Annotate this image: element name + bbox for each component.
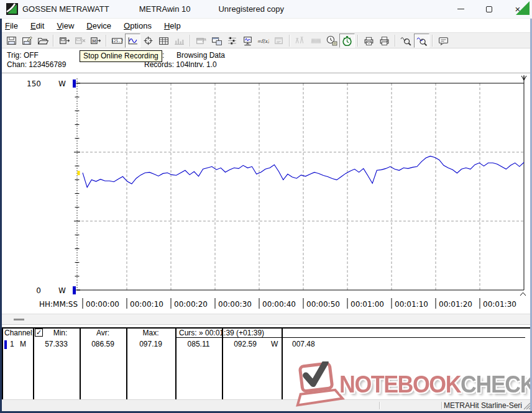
menu-edit[interactable]: Edit — [24, 20, 50, 32]
open-folder-icon[interactable] — [35, 34, 50, 48]
save-window-icon[interactable] — [209, 34, 224, 48]
max-column-header: Max: — [126, 329, 175, 337]
svg-text:00:00:50: 00:00:50 — [306, 300, 340, 309]
gossen-metrawatt-logo-icon — [6, 3, 18, 15]
device-memory-icon[interactable]: M — [88, 34, 103, 48]
menu-bar: FileEditViewDeviceOptionsHelp — [0, 19, 532, 32]
cursor2-value: 092.59 — [222, 340, 268, 348]
window-border-left — [0, 19, 2, 413]
maximize-button[interactable] — [475, 0, 503, 18]
svg-text:00:01:30: 00:01:30 — [483, 300, 516, 309]
max-value: 097.19 — [126, 340, 175, 348]
device-disconnect-icon[interactable] — [72, 34, 88, 48]
menu-options[interactable]: Options — [117, 20, 158, 32]
svg-text:150: 150 — [27, 79, 41, 88]
menu-file[interactable]: File — [0, 20, 24, 32]
save-icon[interactable] — [4, 34, 19, 48]
interval-value: Intrv. 1.0 — [188, 60, 217, 69]
avr-value: 086.59 — [80, 340, 126, 348]
channel-list-icon[interactable] — [224, 34, 240, 48]
channel-number: 1 — [10, 340, 14, 348]
app-title: GOSSEN METRAWATT — [22, 4, 109, 14]
menu-device[interactable]: Device — [80, 20, 117, 32]
min-column-header: Min: — [41, 329, 80, 337]
svg-text:00:01:00: 00:01:00 — [351, 300, 384, 309]
monitor-view-icon[interactable] — [240, 34, 255, 48]
save-as-icon[interactable] — [19, 34, 35, 48]
min-value: 57.333 — [33, 340, 80, 348]
table-column-separator — [126, 327, 127, 399]
window-misc-icon[interactable] — [271, 34, 287, 48]
watermark-text-secondary: CHECK — [461, 371, 532, 397]
tooltip-stop-online-recording: Stop Online Recording — [80, 50, 162, 62]
svg-text:HH:MM:SS: HH:MM:SS — [39, 300, 78, 309]
license-status: Unregistered copy — [218, 4, 284, 14]
table-column-separator — [282, 327, 283, 399]
svg-text:00:00:20: 00:00:20 — [174, 300, 208, 309]
brand-triangle-icon — [516, 1, 530, 15]
avr-column-header: Avr: — [80, 329, 126, 337]
svg-text:00:00:30: 00:00:30 — [218, 300, 252, 309]
channel-mode: M — [20, 340, 26, 348]
toolbar-separator — [357, 35, 359, 47]
title-bar: GOSSEN METRAWATT METRAwin 10 Unregistere… — [0, 0, 532, 19]
toolbar: M125.7=f(x) — [0, 32, 532, 48]
zoom-select-icon[interactable] — [414, 34, 429, 48]
toolbar-separator — [106, 35, 107, 47]
table-column-separator — [175, 327, 177, 399]
svg-text:=f(x): =f(x) — [257, 38, 269, 43]
svg-text:W: W — [58, 286, 66, 295]
printer-icon[interactable] — [377, 34, 392, 48]
chart-panel[interactable]: 150W0W00:00:0000:00:1000:00:2000:00:3000… — [0, 73, 532, 314]
notebookcheck-laptop-icon — [292, 361, 346, 407]
cursor-delta-value: 007.48 — [292, 340, 315, 348]
minimize-button[interactable] — [446, 0, 475, 18]
svg-text:00:00:10: 00:00:10 — [130, 300, 163, 309]
channel-color-bar — [4, 340, 7, 349]
status-value: Browsing Data — [177, 51, 225, 60]
bar-graph-icon[interactable] — [172, 34, 187, 48]
time-clock-icon[interactable] — [324, 34, 339, 48]
svg-text:00:01:20: 00:01:20 — [439, 300, 472, 309]
svg-text:00:00:00: 00:00:00 — [86, 300, 119, 309]
maximize-icon — [486, 6, 492, 12]
minimize-icon — [457, 9, 464, 9]
table-column-separator — [33, 327, 34, 399]
spikes-filter-icon[interactable] — [293, 34, 308, 48]
cursor-unit: W — [271, 340, 278, 348]
svg-text:M: M — [92, 38, 96, 43]
channel-status: Chan: 123456789 — [7, 60, 66, 69]
svg-text:W: W — [58, 79, 66, 88]
product-title: METRAwin 10 — [139, 4, 191, 14]
print-preview-icon[interactable] — [361, 34, 377, 48]
formula-icon[interactable]: =f(x) — [255, 34, 271, 48]
notebookcheck-wordmark: NOTEBOOKCHECK — [339, 371, 532, 398]
cursor-header-underline — [175, 337, 525, 338]
data-table-icon[interactable] — [156, 34, 172, 48]
chart-scrollbar[interactable] — [2, 314, 530, 325]
spikes-dense-icon[interactable] — [308, 34, 324, 48]
toolbar-separator — [289, 35, 290, 47]
notebookcheck-watermark: NOTEBOOKCHECK — [292, 361, 532, 407]
device-read-icon[interactable] — [57, 34, 72, 48]
svg-text:0: 0 — [36, 286, 41, 295]
waveform-chart-icon[interactable] — [125, 34, 140, 48]
menu-view[interactable]: View — [50, 20, 80, 32]
watermark-text-primary: NOTEBOOK — [339, 371, 461, 397]
crosshair-cursor-icon[interactable] — [140, 34, 156, 48]
export-window-icon[interactable] — [193, 34, 209, 48]
channel-column-header: Channel: — [4, 329, 34, 337]
cursor1-value: 085.11 — [175, 340, 222, 348]
table-column-separator — [80, 327, 81, 399]
toolbar-separator — [53, 35, 54, 47]
power-line-chart[interactable]: 150W0W00:00:0000:00:1000:00:2000:00:3000… — [0, 73, 530, 314]
svg-text:00:00:40: 00:00:40 — [262, 300, 296, 309]
scrollbar-thumb[interactable] — [14, 319, 24, 320]
menu-help[interactable]: Help — [158, 20, 187, 32]
tooltip-bubble-icon[interactable] — [436, 34, 451, 48]
stopwatch-icon[interactable] — [339, 34, 355, 48]
zoom-drag-icon[interactable] — [398, 34, 414, 48]
svg-text:00:01:10: 00:01:10 — [395, 300, 428, 309]
table-column-separator — [2, 327, 3, 399]
numeric-display-icon[interactable]: 125.7 — [109, 34, 125, 48]
